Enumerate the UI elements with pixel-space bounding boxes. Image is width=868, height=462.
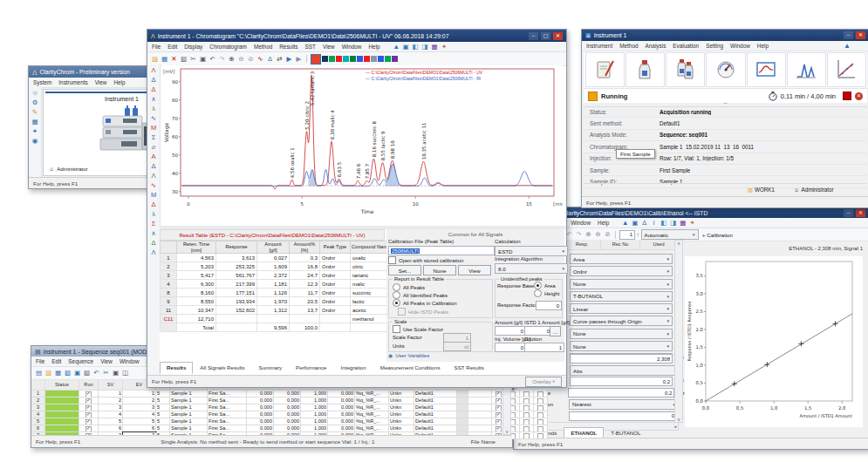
undo-icon[interactable]: ↶ [208, 55, 216, 64]
menu-item-window[interactable]: Window [120, 358, 140, 364]
settings-gear-icon[interactable]: ⚙ [31, 99, 39, 107]
peak-b-icon[interactable]: Δ [150, 162, 158, 171]
peak-end-icon[interactable]: Δ [150, 85, 158, 94]
compound-setting-select[interactable]: None▾ [570, 341, 673, 351]
compound-setting-select[interactable]: T-BUTANOL▾ [570, 291, 673, 302]
copy-icon[interactable]: ▣ [112, 369, 120, 377]
valley-icon[interactable]: ∧ [150, 95, 158, 104]
sequence-checkbox[interactable] [537, 419, 543, 425]
minimize-button[interactable]: – [529, 32, 538, 40]
result-column-header[interactable]: Reten. Time [min] [177, 241, 216, 254]
menu-item-analysis[interactable]: Analysis [646, 43, 666, 49]
print-icon[interactable]: ▧ [83, 369, 91, 377]
set-button[interactable]: Set... [388, 265, 421, 275]
zoom-in-icon[interactable]: ⊕ [228, 55, 236, 64]
calculation-select[interactable]: ESTD▾ [495, 246, 568, 256]
sequence-checkbox[interactable] [496, 419, 502, 425]
compound-setting-select[interactable]: Ordnr▾ [570, 266, 673, 276]
menu-item-setting[interactable]: Setting [706, 43, 723, 49]
result-row[interactable]: 88,160177,1511,12611,7Ordnrsuccinic [161, 289, 392, 297]
trace-color-swatch[interactable] [343, 56, 349, 62]
sequence-checkbox[interactable] [85, 391, 92, 397]
compound-setting-input[interactable]: 0 [569, 411, 677, 421]
sequence-checkbox[interactable] [537, 391, 543, 397]
sequence-checkbox[interactable] [496, 426, 502, 432]
result-row[interactable]: 46,300217,3991,18112,3Ordnrmalic [161, 280, 392, 289]
trace-color-swatch[interactable] [392, 56, 398, 62]
chromatogram-button[interactable] [787, 52, 826, 87]
apex-icon[interactable]: Λ [150, 248, 158, 257]
save-icon[interactable]: ▦ [161, 55, 168, 64]
info-icon[interactable]: i [650, 219, 658, 228]
network-icon[interactable]: ✦ [31, 127, 39, 136]
response-factor-input[interactable]: 0 [536, 301, 562, 310]
report-icon[interactable]: ▧ [64, 369, 72, 377]
peak-start-icon[interactable]: Δ [150, 76, 158, 85]
menu-item-chromatogram[interactable]: Chromatogram [209, 44, 247, 50]
tab-all-signals-results[interactable]: All Signals Results [193, 362, 251, 374]
user-variables-button[interactable]: ◉ User Variables [388, 352, 429, 358]
project-indicator[interactable]: ▨ WORK1 [748, 187, 775, 193]
sequence-column-header[interactable]: SV [99, 380, 123, 391]
chromatogram-chart[interactable]: 30405060708090051015[mV][min]TimeVoltage… [161, 65, 563, 224]
method-setup-button[interactable] [585, 52, 625, 87]
calibration-button[interactable] [827, 52, 866, 87]
menu-item-window[interactable]: Window [730, 43, 750, 49]
tri-icon[interactable]: Δ [150, 239, 158, 248]
sequence-checkbox[interactable] [496, 391, 502, 397]
dilution-input[interactable]: 1 [524, 343, 564, 352]
minimize-button[interactable]: – [844, 209, 853, 217]
compound-setting-select[interactable]: Linear▾ [570, 303, 673, 314]
tab-sst-results[interactable]: SST Results [448, 362, 491, 374]
overlay-button[interactable]: Overlay▾ [525, 377, 562, 387]
negative-peak-icon[interactable]: λ [150, 105, 158, 113]
menu-item-system[interactable]: System [33, 79, 51, 85]
zoom-reset-icon[interactable]: ⊘ [604, 230, 612, 239]
zoom-in-icon[interactable]: ⊕ [584, 230, 592, 239]
menu-item-help[interactable]: Help [757, 43, 769, 49]
compound-setting-select[interactable]: None▾ [570, 329, 673, 339]
sequence-checkbox[interactable] [537, 398, 543, 404]
baseline-icon[interactable]: Λ [150, 66, 158, 75]
sequence-checkbox[interactable] [496, 412, 502, 418]
result-column-header[interactable]: Compound Name [351, 241, 392, 254]
sequence-checkbox[interactable] [85, 419, 92, 425]
menu-item-instruments[interactable]: Instruments [58, 79, 87, 85]
sequence-column-header[interactable] [31, 380, 45, 391]
calibration-mode-select[interactable]: Automatic▾ [641, 229, 699, 240]
trace-color-swatch[interactable] [311, 54, 321, 65]
sequence-checkbox[interactable] [85, 405, 92, 411]
star-icon[interactable]: ✦ [441, 43, 448, 51]
sum-peaks-icon[interactable]: Σ [150, 133, 158, 142]
compound-setting-input[interactable]: 0,2 [568, 388, 674, 397]
menu-item-display[interactable]: Display [184, 44, 202, 50]
inj-volume-input[interactable]: 0 [495, 343, 526, 352]
trace-color-swatch[interactable] [364, 56, 370, 62]
use-scale-factor-checkbox[interactable]: Use Scale Factor [393, 325, 443, 333]
sequence-checkbox[interactable] [85, 398, 92, 404]
edit-method-icon[interactable]: ✎ [31, 108, 39, 117]
abort-button[interactable]: ✕ [855, 92, 863, 100]
sequence-checkbox[interactable] [523, 433, 530, 439]
all-identified-peaks-radio[interactable]: All Identified Peaks [393, 291, 448, 299]
menu-item-instrument[interactable]: Instrument [586, 43, 612, 49]
compound-setting-select[interactable]: None▾ [570, 279, 673, 289]
acquisition-window-icon[interactable]: ▲ [621, 219, 629, 228]
help-target-icon[interactable]: ◉ [31, 137, 39, 146]
new-sequence-icon[interactable]: ▤ [35, 369, 43, 377]
sequence-checkbox[interactable] [496, 398, 502, 404]
menu-item-view[interactable]: View [323, 44, 335, 50]
istd-amount-input[interactable]: 0 [524, 326, 552, 336]
mobile-phase-button[interactable] [625, 52, 665, 87]
calibration-vertical-scrollbar[interactable]: ∧∨ [674, 240, 683, 423]
device-monitor-icon[interactable]: ▣ [631, 219, 639, 228]
sigma-icon[interactable]: Σ [150, 220, 158, 228]
menu-item-sequence[interactable]: Sequence [68, 358, 93, 364]
calibration-curve-chart[interactable]: 0,00,51,01,52,02,53,03,50,00,51,01,52,0R… [685, 256, 863, 427]
result-column-header[interactable]: Response [216, 241, 257, 254]
sequence-row[interactable]: 4445Sample 1First Sa...0,0000,0001,0000,… [31, 411, 512, 418]
view-button[interactable]: View [458, 265, 491, 275]
signal-spinner[interactable]: 1 [619, 230, 635, 240]
sequence-checkbox[interactable] [85, 412, 92, 418]
copy-icon[interactable]: ▣ [199, 55, 207, 64]
